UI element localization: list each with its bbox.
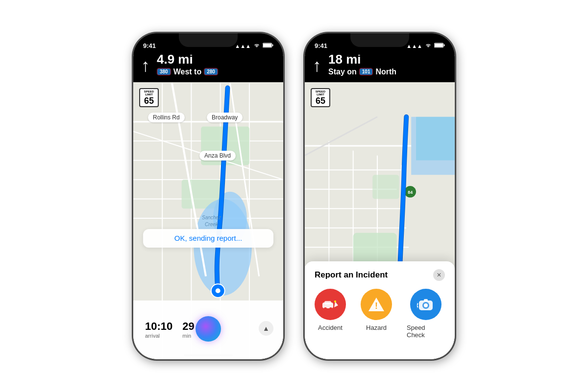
incident-buttons: Accident ! Hazard — [315, 289, 445, 339]
speed-limit-value-1: 65 — [143, 96, 155, 105]
battery-icon-2 — [434, 43, 445, 49]
arrival-label: arrival — [145, 333, 172, 339]
svg-rect-2 — [263, 44, 271, 47]
speed-check-button[interactable]: Speed Check — [407, 289, 445, 339]
svg-point-50 — [329, 307, 332, 310]
speed-check-label: Speed Check — [407, 324, 445, 339]
nav-arrow-1: ↑ — [141, 57, 150, 74]
svg-rect-48 — [324, 301, 331, 304]
notch-2 — [350, 33, 409, 47]
report-panel: Report an Incident ✕ — [305, 261, 455, 359]
arrival-time-item: 10:10 arrival — [145, 320, 172, 339]
screen-1: 9:41 ▲▲▲ ↑ 4.9 mi 380 West to 280 — [133, 33, 283, 359]
wifi-icon-1 — [253, 43, 260, 49]
accident-label: Accident — [318, 324, 343, 331]
svg-point-55 — [424, 303, 428, 307]
street-rollins: Rollins Rd — [148, 113, 185, 122]
svg-rect-44 — [372, 175, 399, 199]
svg-text:!: ! — [375, 301, 378, 311]
status-time-2: 9:41 — [315, 42, 327, 49]
nav-info-2: 18 mi Stay on 101 North — [328, 52, 396, 76]
phone-2: 9:41 ▲▲▲ ↑ 18 mi Stay on 101 North — [304, 32, 456, 360]
svg-point-51 — [334, 300, 336, 302]
siri-orb[interactable] — [196, 316, 221, 342]
svg-point-49 — [324, 307, 327, 310]
notch-1 — [179, 33, 238, 47]
accident-button[interactable]: Accident — [315, 289, 346, 339]
wifi-icon-2 — [425, 43, 432, 49]
route-suffix-2: North — [375, 68, 396, 76]
nav-route-1: 380 West to 280 — [157, 68, 218, 76]
badge-380: 380 — [157, 68, 171, 75]
hazard-label: Hazard — [366, 324, 387, 331]
arrival-time: 10:10 — [145, 320, 172, 333]
badge-280: 280 — [204, 68, 218, 75]
duration-label: min — [182, 333, 194, 339]
street-anza: Anza Blvd — [199, 151, 236, 161]
map-area-2: 84 SPEEDLIMIT 65 Report an Incident ✕ — [305, 82, 455, 359]
accident-icon — [315, 289, 346, 320]
report-title: Report an Incident — [315, 270, 388, 280]
signal-icon-1: ▲▲▲ — [235, 43, 251, 49]
hazard-icon: ! — [361, 289, 392, 320]
speed-limit-value-2: 65 — [314, 96, 327, 105]
arrival-duration-item: 29 min — [182, 320, 194, 339]
route-prefix-1: West to — [173, 68, 201, 76]
screen-2: 9:41 ▲▲▲ ↑ 18 mi Stay on 101 North — [305, 33, 455, 359]
nav-info-1: 4.9 mi 380 West to 280 — [157, 52, 218, 76]
street-broadway: Broadway — [207, 113, 243, 122]
nav-arrow-2: ↑ — [313, 57, 321, 74]
svg-text:84: 84 — [408, 189, 413, 194]
report-close[interactable]: ✕ — [433, 269, 445, 281]
badge-101: 101 — [359, 68, 373, 75]
sending-report-text: OK, sending report... — [174, 234, 242, 242]
battery-icon-1 — [263, 43, 273, 49]
status-icons-2: ▲▲▲ — [406, 43, 445, 49]
nav-route-2: Stay on 101 North — [328, 68, 396, 76]
speed-limit-2: SPEEDLIMIT 65 — [311, 88, 330, 107]
report-header: Report an Incident ✕ — [315, 269, 445, 281]
svg-rect-24 — [444, 45, 445, 46]
chevron-up[interactable]: ▲ — [259, 321, 273, 336]
svg-point-22 — [216, 288, 220, 293]
bottom-bar-1: 10:10 arrival 29 min ▲ — [133, 300, 283, 359]
svg-rect-28 — [416, 116, 455, 160]
arrival-duration: 29 — [182, 320, 194, 333]
sending-report: OK, sending report... — [143, 229, 273, 248]
status-time-1: 9:41 — [143, 42, 156, 49]
hazard-button[interactable]: ! Hazard — [361, 289, 392, 339]
svg-rect-25 — [435, 44, 443, 47]
signal-icon-2: ▲▲▲ — [406, 43, 422, 49]
speed-limit-1: SPEEDLIMIT 65 — [139, 88, 159, 107]
arrival-info: 10:10 arrival 29 min — [145, 320, 195, 339]
route-prefix-2: Stay on — [328, 68, 357, 76]
svg-rect-1 — [272, 45, 273, 46]
status-icons-1: ▲▲▲ — [235, 43, 273, 49]
svg-rect-56 — [424, 299, 428, 301]
phone-1: 9:41 ▲▲▲ ↑ 4.9 mi 380 West to 280 — [132, 32, 284, 360]
speed-check-icon — [410, 289, 441, 320]
